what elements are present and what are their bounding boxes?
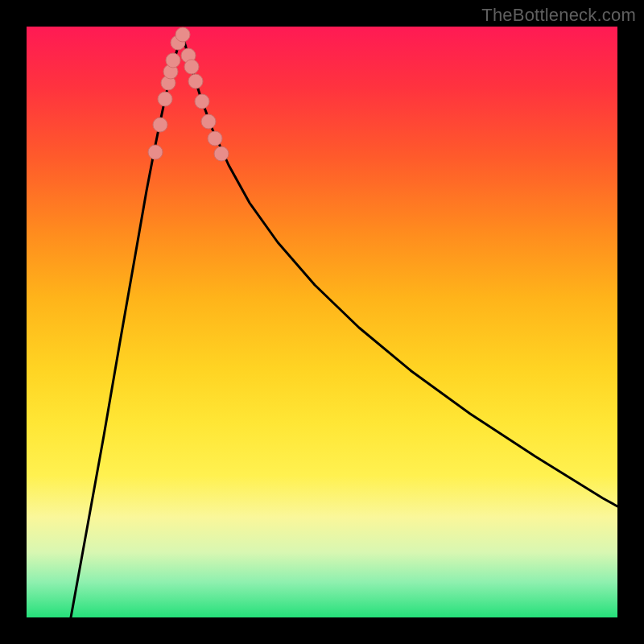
data-marker: [153, 118, 167, 132]
data-marker: [184, 60, 199, 74]
data-marker: [166, 53, 180, 68]
data-marker: [201, 114, 216, 129]
data-marker: [195, 94, 209, 109]
data-marker: [188, 74, 203, 89]
curve-group: [71, 33, 617, 617]
data-marker: [148, 145, 163, 159]
chart-svg: [27, 27, 617, 617]
data-marker: [214, 147, 229, 161]
outer-frame: TheBottleneck.com: [0, 0, 644, 644]
curve-right-branch: [182, 33, 617, 506]
data-marker: [208, 131, 222, 146]
plot-area: [27, 27, 617, 617]
data-marker: [158, 92, 172, 106]
data-marker: [175, 27, 190, 42]
watermark-text: TheBottleneck.com: [481, 5, 636, 26]
marker-group: [148, 27, 229, 161]
